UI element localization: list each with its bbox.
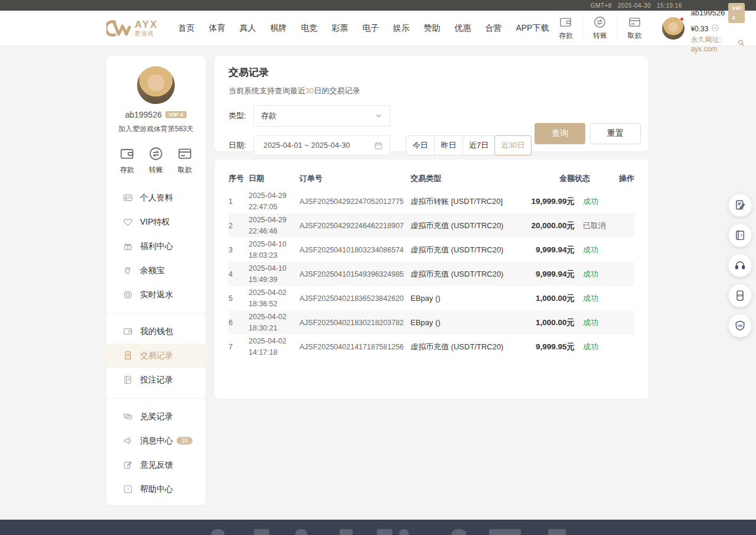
cell-status: 已取消 — [575, 221, 611, 231]
cell-date: 2025-04-1015:49:39 — [249, 263, 299, 284]
sidebar-item[interactable]: 个人资料 — [106, 186, 206, 210]
table-row: 12025-04-2922:47:05AJSF20250429224705201… — [229, 189, 634, 213]
date-quick-button[interactable]: 近30日 — [494, 135, 531, 155]
nav-item[interactable]: 合营 — [485, 23, 501, 34]
cell-date: 2025-04-1018:03:23 — [249, 239, 299, 260]
sidebar-action-存款[interactable]: 存款 — [119, 146, 135, 175]
float-button-promotion-apply[interactable] — [728, 193, 752, 217]
header-action-转账[interactable]: 转账 — [583, 15, 617, 41]
header-avatar-wrap[interactable] — [662, 17, 685, 40]
sidebar-item-label: 我的钱包 — [140, 326, 173, 337]
records-panel: 序号日期订单号交易类型金额状态操作 12025-04-2922:47:05AJS… — [214, 160, 649, 399]
cell-amount: 20,000.00元 — [520, 221, 575, 231]
logo-name: AYX — [135, 20, 158, 30]
svg-text:OK: OK — [738, 324, 742, 328]
float-button-guide[interactable]: ? — [728, 223, 752, 247]
nav-item[interactable]: 棋牌 — [270, 23, 286, 34]
sidebar-item[interactable]: VIP特权 — [106, 210, 206, 234]
nav-item[interactable]: 真人 — [239, 23, 256, 34]
footer-logo — [377, 529, 392, 535]
nav-item[interactable]: 首页 — [178, 23, 194, 34]
action-label: 转账 — [149, 165, 163, 175]
nav-item[interactable]: APP下载 — [516, 23, 549, 34]
sidebar-item[interactable]: 意见反馈 — [106, 453, 206, 477]
date-quick-button[interactable]: 今日 — [406, 135, 435, 155]
sidebar-item[interactable]: 投注记录 — [106, 368, 206, 392]
header-action-取款[interactable]: 取款 — [617, 15, 651, 41]
nav-item[interactable]: 娱乐 — [393, 23, 409, 34]
header-quick-actions: 存款转账取款 — [549, 15, 651, 41]
shield-ok-icon: OK — [734, 320, 746, 332]
permanent-url-label: 永久网址: ayx.com — [690, 35, 735, 54]
nav-item[interactable]: 优惠 — [454, 23, 471, 34]
sidebar-item[interactable]: 消息中心10 — [106, 429, 206, 453]
float-button-verify[interactable]: OK — [728, 314, 752, 338]
header-action-存款[interactable]: 存款 — [549, 15, 583, 41]
cell-amount: 9,999.95元 — [520, 342, 575, 352]
sidebar-item[interactable]: 实时返水 — [106, 283, 206, 307]
cell-amount: 9,999.94元 — [520, 269, 575, 280]
nav-item[interactable]: 电子 — [362, 23, 379, 34]
sidebar-avatar[interactable] — [137, 66, 175, 104]
nav-item[interactable]: 体育 — [208, 23, 225, 34]
sidebar-item[interactable]: ?帮助中心 — [106, 477, 206, 501]
table-row: 62025-04-0218:30:21AJSF20250402183021820… — [229, 310, 634, 335]
vip-badge: VIP 4 — [728, 3, 745, 23]
svg-text:APP: APP — [737, 294, 742, 297]
date-quick-button[interactable]: 近7日 — [462, 135, 495, 155]
column-header: 操作 — [611, 173, 634, 184]
sidebar-item[interactable]: 我的钱包 — [106, 319, 206, 343]
app-icon: APP — [734, 290, 746, 301]
nav-item[interactable]: 电竞 — [301, 23, 317, 34]
cell-transaction-type: EBpay () — [410, 294, 520, 303]
table-row: 52025-04-0218:36:52AJSF20250402183652384… — [229, 286, 634, 310]
megaphone-icon — [123, 436, 133, 446]
search-icon[interactable] — [737, 39, 745, 49]
float-button-customer-service[interactable] — [728, 254, 752, 277]
cell-status: 成功 — [575, 245, 611, 255]
action-label: 存款 — [559, 31, 573, 41]
sidebar-action-转账[interactable]: 转账 — [148, 146, 164, 175]
sidebar-item-label: 帮助中心 — [140, 484, 173, 495]
cell-order-number: AJSF202504101549396324985 — [299, 270, 410, 278]
member-days-label: 加入爱游戏体育第563天 — [106, 124, 206, 134]
cell-order-number: AJSF202504021417187581256 — [299, 343, 410, 351]
sidebar-item-label: 福利中心 — [140, 241, 173, 252]
cell-status: 成功 — [575, 342, 611, 352]
footer-logo — [254, 529, 269, 535]
wallet-icon — [559, 15, 572, 29]
pot-icon — [123, 265, 133, 275]
target-icon — [123, 290, 133, 300]
subtitle-prefix: 当前系统支持查询最近 — [229, 86, 305, 95]
search-button[interactable]: 查询 — [535, 123, 585, 144]
date-quick-buttons: 今日昨日近7日近30日 — [406, 135, 532, 155]
balance-refresh-icon[interactable] — [711, 24, 719, 34]
cell-order-number: AJSF202504101803234086574 — [299, 246, 410, 254]
cell-date: 2025-04-0218:36:52 — [249, 287, 299, 309]
date-quick-button[interactable]: 昨日 — [434, 135, 463, 155]
floating-toolbar: ?APPOK — [728, 193, 752, 338]
sidebar-item[interactable]: 余额宝 — [106, 258, 206, 283]
sidebar-item[interactable]: 福利中心 — [106, 234, 206, 258]
site-logo[interactable]: AYX 爱游戏 — [106, 19, 158, 38]
sidebar-quick-actions: 存款转账取款 — [106, 146, 206, 175]
sidebar-item-label: 实时返水 — [140, 290, 173, 300]
footer-logo — [452, 529, 466, 535]
footer-logo — [295, 529, 307, 535]
sidebar-action-取款[interactable]: 取款 — [177, 146, 193, 175]
sidebar-item[interactable]: 兑奖记录 — [106, 404, 206, 429]
nav-item[interactable]: 赞助 — [423, 23, 440, 34]
nav-item[interactable]: 彩票 — [331, 23, 348, 34]
sidebar-item-label: 交易记录 — [140, 351, 173, 361]
svg-text:?: ? — [739, 233, 742, 238]
cell-status: 成功 — [575, 317, 611, 328]
float-button-app-download[interactable]: APP — [728, 284, 752, 307]
action-label: 转账 — [593, 31, 607, 41]
date-range-input[interactable]: 2025-04-01 ~ 2025-04-30 — [253, 135, 390, 155]
header: AYX 爱游戏 首页体育真人棋牌电竞彩票电子娱乐赞助优惠合营APP下载 存款转账… — [0, 11, 756, 46]
sidebar-item[interactable]: 交易记录 — [106, 343, 206, 368]
action-label: 存款 — [120, 165, 134, 175]
reset-button[interactable]: 重置 — [590, 123, 641, 144]
type-select[interactable]: 存款 — [253, 105, 390, 127]
filter-panel: 交易记录 当前系统支持查询最近30日的交易记录 类型: 存款 日期: 2025-… — [214, 56, 649, 151]
